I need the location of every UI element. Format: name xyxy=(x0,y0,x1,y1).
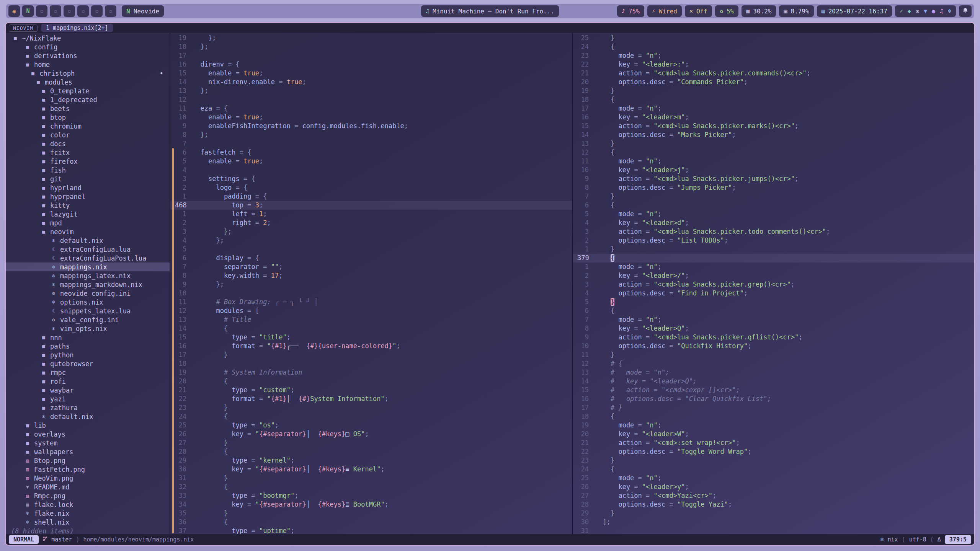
tree-item-paths[interactable]: ■paths xyxy=(6,342,170,350)
tree-item-1_deprecated[interactable]: ■1_deprecated xyxy=(6,95,170,104)
tree-item-extraConfigLua.lua[interactable]: ☾extraConfigLua.lua xyxy=(6,245,170,254)
code-line[interactable]: 31 xyxy=(573,527,974,534)
code-line[interactable]: 15 type = "title"; xyxy=(170,333,572,342)
code-line[interactable]: 9 }; xyxy=(170,280,572,289)
notification-chip[interactable] xyxy=(959,5,972,17)
code-line[interactable]: 1 left = 1; xyxy=(170,210,572,218)
code-line[interactable]: 2 logo = { xyxy=(170,183,572,192)
code-line[interactable]: 16 # options.desc = "Clear Quickfix List… xyxy=(573,395,974,403)
code-line[interactable]: 23 mode = "n"; xyxy=(573,51,974,60)
code-line[interactable]: 24 { xyxy=(573,465,974,474)
code-line[interactable]: 13 } xyxy=(573,139,974,148)
code-line[interactable]: 33 type = "bootmgr"; xyxy=(170,491,572,500)
tree-item-~/NixFlake[interactable]: ■~/NixFlake xyxy=(6,34,170,42)
code-line[interactable]: 3 settings = { xyxy=(170,174,572,183)
code-line[interactable]: 7 separator = ""; xyxy=(170,262,572,271)
workspace-empty-5[interactable]: ▫ xyxy=(91,5,103,17)
clock-chip[interactable]: ▤2025-07-22 16:37 xyxy=(817,5,892,17)
code-line[interactable]: 23 } xyxy=(573,456,974,465)
code-line[interactable]: 18 { xyxy=(573,95,974,104)
tree-item-docs[interactable]: ■docs xyxy=(6,139,170,148)
code-line[interactable]: 16 format = "{#1}┌── {#}{user-name-color… xyxy=(170,342,572,350)
music-player-chip[interactable]: ♫ Minuit Machine – Don't Run Fro... xyxy=(421,5,559,17)
tree-item-christoph[interactable]: ■christoph• xyxy=(6,69,170,78)
code-line[interactable]: 20 key = "<leader>W"; xyxy=(573,430,974,439)
code-line[interactable]: 5 mode = "n"; xyxy=(573,210,974,218)
code-line[interactable]: 36 { xyxy=(170,518,572,527)
code-line[interactable]: 6 display = { xyxy=(170,254,572,262)
workspace-empty-6[interactable]: ▫ xyxy=(105,5,116,17)
code-line[interactable]: 14 nix-direnv.enable = true; xyxy=(170,78,572,86)
code-line[interactable]: 16 direnv = { xyxy=(170,60,572,69)
code-line[interactable]: 11 eza = { xyxy=(170,104,572,113)
tree-item-rmpc[interactable]: ■rmpc xyxy=(6,368,170,377)
code-line[interactable]: 11 # Box Drawing: ┌ ─ ┐ └ ┘ │ xyxy=(170,298,572,306)
tree-item-lazygit[interactable]: ■lazygit xyxy=(6,210,170,218)
code-line[interactable]: 37 type = "uptime"; xyxy=(170,527,572,534)
code-line[interactable]: 1 padding = { xyxy=(170,192,572,201)
tree-item-hyprpanel[interactable]: ■hyprpanel xyxy=(6,192,170,201)
code-line[interactable]: 9 action = "<cmd>lua Snacks.picker.jumps… xyxy=(573,174,974,183)
tree-item-lib[interactable]: ■lib xyxy=(6,421,170,430)
code-line[interactable]: 25 mode = "n"; xyxy=(573,474,974,483)
bluetooth-chip[interactable]: ✕Off xyxy=(685,5,712,17)
tree-item-wallpapers[interactable]: ■wallpapers xyxy=(6,447,170,456)
code-line[interactable]: 13 }; xyxy=(170,86,572,95)
code-line[interactable]: 16 key = "<leader>m"; xyxy=(573,113,974,122)
tree-item-0_template[interactable]: ■0_template xyxy=(6,86,170,95)
code-line[interactable]: 13 # mode = "n"; xyxy=(573,368,974,377)
tree-item-vim_opts.nix[interactable]: ❄vim_opts.nix xyxy=(6,324,170,333)
tree-item-flake.lock[interactable]: ■flake.lock xyxy=(6,500,170,509)
code-line[interactable]: 10 xyxy=(170,289,572,298)
code-line[interactable]: 27 action = "<cmd>Yazi<cr>"; xyxy=(573,491,974,500)
code-line[interactable]: 20 options.desc = "Commands Picker"; xyxy=(573,78,974,86)
code-line[interactable]: 25 type = "os"; xyxy=(170,421,572,430)
tray-mail-icon[interactable]: ✉ xyxy=(916,8,919,15)
tree-item-config[interactable]: ■config xyxy=(6,42,170,51)
code-line[interactable]: 1 mode = "n"; xyxy=(573,262,974,271)
workspace-neovide[interactable]: N xyxy=(22,5,34,17)
tree-item-firefox[interactable]: ■firefox xyxy=(6,157,170,166)
code-line[interactable]: 22 format = "{#1}│ {#}System Information… xyxy=(170,395,572,403)
tree-item-zathura[interactable]: ■zathura xyxy=(6,403,170,412)
tree-item-git[interactable]: ■git xyxy=(6,174,170,183)
tree-item-shell.nix[interactable]: ❄shell.nix xyxy=(6,518,170,527)
code-line[interactable]: 22 options.desc = "Toggle Word Wrap"; xyxy=(573,447,974,456)
tree-item-yazi[interactable]: ■yazi xyxy=(6,395,170,403)
code-line[interactable]: 14 options.desc = "Marks Picker"; xyxy=(573,130,974,139)
code-line[interactable]: 18 }; xyxy=(170,42,572,51)
code-line[interactable]: 3 }; xyxy=(170,227,572,236)
code-line[interactable]: 5 enable = true; xyxy=(170,157,572,166)
tree-item-extraConfigLuaPost.lua[interactable]: ☾extraConfigLuaPost.lua xyxy=(6,254,170,262)
code-line[interactable]: 18 xyxy=(170,359,572,368)
code-line[interactable]: 14 # key = "<leader>Q"; xyxy=(573,377,974,386)
tray-sync-icon[interactable]: ◆ xyxy=(908,8,911,15)
tree-item-rofi[interactable]: ■rofi xyxy=(6,377,170,386)
code-line[interactable]: 13 # Title xyxy=(170,315,572,324)
code-line[interactable]: 15 enable = true; xyxy=(170,69,572,78)
tray-app-icon[interactable]: ● xyxy=(932,8,935,15)
code-line[interactable]: 29 type = "kernel"; xyxy=(170,456,572,465)
code-line[interactable]: 28 { xyxy=(170,447,572,456)
code-line[interactable]: 10 options.desc = "Quickfix History"; xyxy=(573,342,974,350)
tray-nix-icon[interactable]: ❄ xyxy=(948,8,951,15)
tree-item-vale_config.ini[interactable]: ⚙vale_config.ini xyxy=(6,315,170,324)
code-line[interactable]: 22 key = "<leader>:"; xyxy=(573,60,974,69)
tree-item-modules[interactable]: ■modules xyxy=(6,78,170,86)
code-line[interactable]: 5 xyxy=(170,245,572,254)
code-line[interactable]: 27 } xyxy=(170,439,572,447)
code-line[interactable]: 7 } xyxy=(573,192,974,201)
code-line[interactable]: 20 { xyxy=(170,377,572,386)
workspace-empty-3[interactable]: ▫ xyxy=(64,5,75,17)
tree-item-python[interactable]: ■python xyxy=(6,350,170,359)
code-line[interactable]: 7 xyxy=(170,139,572,148)
tree-item-nnn[interactable]: ■nnn xyxy=(6,333,170,342)
tree-item-mappings_latex.nix[interactable]: ❄mappings_latex.nix xyxy=(6,271,170,280)
code-line[interactable]: 2 key = "<leader>/"; xyxy=(573,271,974,280)
tree-item-home[interactable]: ■home xyxy=(6,60,170,69)
tree-item-neovim[interactable]: ■neovim xyxy=(6,227,170,236)
code-line[interactable]: 21 action = "<cmd>:set wrap!<cr>"; xyxy=(573,439,974,447)
code-line[interactable]: 10 key = "<leader>j"; xyxy=(573,166,974,174)
code-line[interactable]: 11 mode = "n"; xyxy=(573,157,974,166)
tree-item-waybar[interactable]: ■waybar xyxy=(6,386,170,395)
